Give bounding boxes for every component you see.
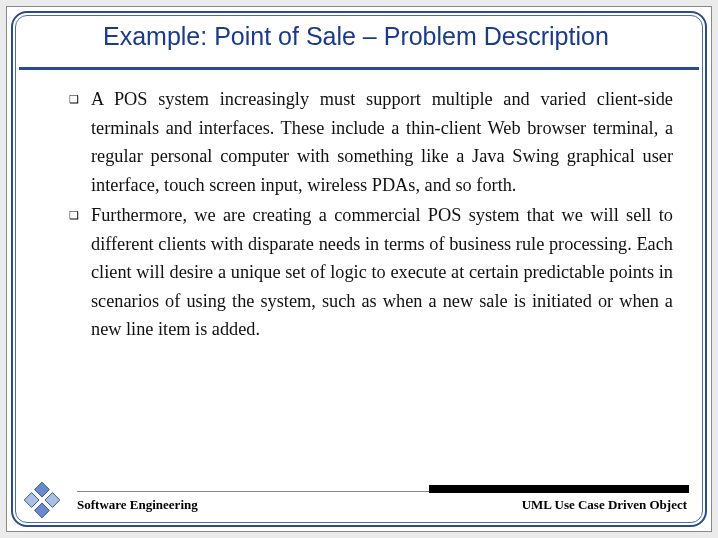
title-underline bbox=[19, 67, 699, 70]
bullet-text: Furthermore, we are creating a commercia… bbox=[91, 201, 673, 344]
logo-icon bbox=[21, 479, 63, 521]
svg-rect-1 bbox=[45, 493, 60, 508]
slide-title: Example: Point of Sale – Problem Descrip… bbox=[103, 21, 697, 52]
footer-right-text: UML Use Case Driven Object bbox=[522, 497, 687, 513]
slide-footer: Software Engineering UML Use Case Driven… bbox=[77, 495, 689, 519]
footer-left-text: Software Engineering bbox=[77, 497, 198, 513]
bullet-square-icon bbox=[69, 85, 91, 199]
bullet-square-icon bbox=[69, 201, 91, 344]
svg-rect-3 bbox=[35, 503, 50, 518]
bullet-item: A POS system increasingly must support m… bbox=[69, 85, 673, 199]
svg-rect-2 bbox=[24, 493, 39, 508]
bullet-text: A POS system increasingly must support m… bbox=[91, 85, 673, 199]
slide: Example: Point of Sale – Problem Descrip… bbox=[6, 6, 712, 532]
svg-rect-0 bbox=[35, 482, 50, 497]
slide-content: A POS system increasingly must support m… bbox=[69, 85, 673, 346]
bullet-item: Furthermore, we are creating a commercia… bbox=[69, 201, 673, 344]
footer-black-bar bbox=[429, 485, 689, 493]
